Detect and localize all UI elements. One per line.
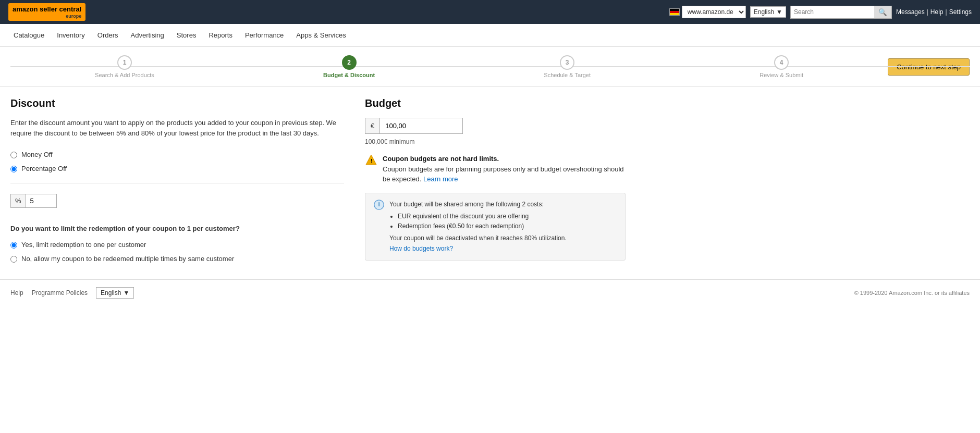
yes-limit-label: Yes, limit redemption to one per custome… [21,241,146,249]
percentage-off-option[interactable]: Percentage Off [10,165,344,172]
info-text: Your budget will be shared among the fol… [389,200,567,254]
learn-more-link[interactable]: Learn more [423,175,458,183]
search-input[interactable] [791,7,874,17]
discount-description: Enter the discount amount you want to ap… [10,118,344,138]
step-3-label: Schedule & Target [544,72,591,78]
footer-policies-link[interactable]: Programme Policies [32,289,88,296]
step-4-label: Review & Submit [760,72,803,78]
logo: amazon seller central europe [8,3,85,21]
svg-text:!: ! [371,158,373,164]
step-2: 2 Budget & Discount [323,55,375,78]
percent-input[interactable] [26,194,57,208]
nav-item-stores[interactable]: Stores [172,24,202,46]
stepper-steps: 1 Search & Add Products 2 Budget & Disco… [10,55,888,78]
discount-divider [10,183,344,183]
nav-item-advertising[interactable]: Advertising [126,24,169,46]
step-3: 3 Schedule & Target [544,55,591,78]
search-box: 🔍 [790,6,892,19]
percent-input-row: % [10,194,344,208]
info-bullet2: Redemption fees (€0.50 for each redempti… [398,221,567,231]
no-limit-label: No, allow my coupon to be redeemed multi… [21,255,234,263]
step-2-label: Budget & Discount [323,72,375,78]
step-1-circle: 1 [117,55,132,70]
domain-select[interactable]: www.amazon.de [682,6,746,18]
step-1-label: Search & Add Products [95,72,154,78]
info-line1: Your budget will be shared among the fol… [389,201,544,208]
messages-link[interactable]: Messages [896,8,925,16]
chevron-down-icon: ▼ [776,8,782,16]
footer: Help Programme Policies English ▼ © 1999… [0,279,980,306]
discount-title: Discount [10,97,344,109]
percentage-off-label: Percentage Off [21,165,67,172]
nav-item-performance[interactable]: Performance [240,24,289,46]
money-off-option[interactable]: Money Off [10,151,344,158]
budget-input-row: € [365,118,626,134]
currency-symbol: € [365,118,379,134]
nav-item-inventory[interactable]: Inventory [52,24,90,46]
top-bar-right: www.amazon.de English ▼ 🔍 Messages | Hel… [669,6,972,19]
step-1: 1 Search & Add Products [95,55,154,78]
info-box: i Your budget will be shared among the f… [365,193,626,261]
warning-box: ! Coupon budgets are not hard limits. Co… [365,154,626,184]
logo-text: amazon seller central [13,5,81,13]
language-label: English [754,8,774,16]
info-line2: Your coupon will be deactivated when it … [389,234,567,242]
money-off-radio[interactable] [10,152,17,158]
svg-text:i: i [378,202,380,207]
info-bullet1: EUR equivalent of the discount you are o… [398,212,567,221]
budget-title: Budget [365,97,626,109]
warning-body: Coupon budgets are for planning purposes… [383,165,624,183]
percentage-off-radio[interactable] [10,166,17,172]
help-link[interactable]: Help [930,8,944,16]
nav-item-catalogue[interactable]: Catalogue [8,24,50,46]
no-limit-option[interactable]: No, allow my coupon to be redeemed multi… [10,255,344,263]
budget-panel: Budget € 100,00€ minimum ! Coupon budget… [365,97,626,269]
yes-limit-option[interactable]: Yes, limit redemption to one per custome… [10,241,344,249]
logo-sub: europe [13,14,81,19]
money-off-label: Money Off [21,151,53,158]
language-select[interactable]: English ▼ [750,6,786,18]
yes-limit-radio[interactable] [10,242,17,249]
copyright-text: © 1999-2020 Amazon.com Inc. or its affil… [854,290,970,296]
footer-language-label: English [101,289,121,296]
budget-input[interactable] [379,118,463,134]
warning-icon: ! [365,154,377,166]
discount-panel: Discount Enter the discount amount you w… [10,97,344,269]
footer-help-link[interactable]: Help [10,289,23,296]
step-3-circle: 3 [560,55,574,70]
minimum-text: 100,00€ minimum [365,138,626,145]
flag-icon [669,8,680,16]
warning-title: Coupon budgets are not hard limits. [383,155,499,163]
footer-language-select[interactable]: English ▼ [96,287,134,299]
warning-text: Coupon budgets are not hard limits. Coup… [383,154,626,184]
settings-link[interactable]: Settings [949,8,972,16]
main-content: Discount Enter the discount amount you w… [0,87,980,279]
step-4: 4 Review & Submit [760,55,803,78]
stepper-container: 1 Search & Add Products 2 Budget & Disco… [0,47,980,87]
nav-bar: Catalogue Inventory Orders Advertising S… [0,24,980,47]
info-icon: i [374,200,384,210]
step-2-circle: 2 [342,55,357,70]
top-links: Messages | Help | Settings [896,8,972,16]
nav-item-apps-services[interactable]: Apps & Services [291,24,351,46]
flag-select[interactable]: www.amazon.de [669,6,746,18]
footer-chevron-icon: ▼ [123,289,129,296]
step-4-circle: 4 [774,55,789,70]
no-limit-radio[interactable] [10,256,17,263]
redemption-question: Do you want to limit the redemption of y… [10,225,344,232]
top-bar: amazon seller central europe www.amazon.… [0,0,980,24]
nav-item-reports[interactable]: Reports [203,24,238,46]
nav-item-orders[interactable]: Orders [92,24,124,46]
search-button[interactable]: 🔍 [874,6,891,18]
percent-symbol: % [10,194,26,208]
how-budgets-link[interactable]: How do budgets work? [389,245,453,252]
